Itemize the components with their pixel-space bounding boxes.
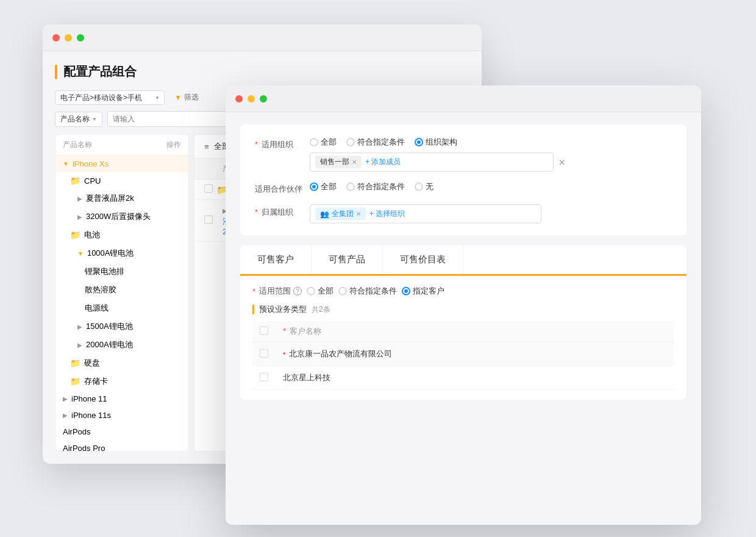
partner-radio-condition[interactable]: 符合指定条件 [346,181,405,192]
tree-item-li-pack[interactable]: 锂聚电池排 [55,262,188,281]
scope-radio-designated[interactable]: 指定客户 [402,286,444,297]
required-indicator: * [255,207,258,217]
arrow-down-icon: ▼ [77,250,84,257]
dialog-content: * 适用组织 全部 符合指定条件 [226,112,701,525]
tree-item-airpods-pro[interactable]: AirPods Pro [55,440,188,452]
group-checkbox[interactable] [204,184,213,195]
add-member-btn[interactable]: + 添加成员 [365,157,401,167]
tree-item-hdd[interactable]: 📁 硬盘 [55,354,188,372]
tree-col-op: 操作 [166,140,181,150]
tree-panel: 产品名称 操作 ▼ iPhone Xs 📁 CPU ▶ 夏普液晶屏2k [55,134,189,452]
tree-col-name: 产品名称 [63,140,92,150]
table-row: • 北京康一品农产物流有限公司 [252,342,674,366]
tab-sellable-customers[interactable]: 可售客户 [240,245,312,274]
radio-org-structure[interactable]: 组织架构 [415,137,457,148]
partner-radio-none[interactable]: 无 [415,181,433,192]
breadcrumb-select[interactable]: 电子产品>移动设备>手机 [55,90,165,105]
tree-item-1000a[interactable]: ▼ 1000A锂电池 [55,244,188,262]
row-checkbox[interactable] [204,215,223,226]
tree-item-label: 2000A锂电池 [86,339,133,350]
tab-sellable-pricelists[interactable]: 可售价目表 [383,245,463,274]
search-label: 产品名称 [60,114,90,124]
filter-button[interactable]: ▼ 筛选 [169,90,204,105]
tag-close-icon[interactable]: ✕ [356,211,361,217]
tree-item-camera[interactable]: ▶ 3200W后置摄像头 [55,207,188,226]
tree-item-label: iPhone 11s [71,411,111,420]
radio-condition[interactable]: 符合指定条件 [346,137,405,148]
folder-icon: 📁 [70,230,80,240]
table-row: 北京星上科技 [252,366,674,390]
tree-item-label: AirPods Pro [63,444,105,452]
scope-radio-condition[interactable]: 符合指定条件 [338,286,397,297]
count-badge: 共2条 [312,305,330,315]
tag-close-icon[interactable]: ✕ [352,159,357,165]
folder-icon: 📁 [70,176,80,186]
radio-circle-checked [402,287,410,295]
radio-circle [310,138,318,146]
arrow-right-icon: ▶ [77,342,82,348]
tree-item-battery-group[interactable]: 📁 电池 [55,226,188,244]
dialog-close-button[interactable] [235,95,243,103]
tab-sellable-products[interactable]: 可售产品 [312,245,383,274]
search-field-selector[interactable]: 产品名称 [55,112,102,127]
customer-table: * 客户名称 • [252,321,674,390]
dialog-minimize-button[interactable] [248,95,255,103]
tree-item-iphone11[interactable]: ▶ iPhone 11 [55,391,188,407]
page-title: 配置产品组合 [63,63,137,80]
customer-name: 北京康一品农产物流有限公司 [289,349,392,358]
checkbox-icon[interactable] [204,184,213,193]
apply-org-row: * 适用组织 全部 符合指定条件 [255,137,672,171]
org-tag-input[interactable]: 销售一部 ✕ + 添加成员 [310,153,554,171]
affiliate-org-row: * 归属组织 👥 全集团 ✕ + 选择组织 [255,204,672,223]
scope-row: * 适用范围 ? 全部 符合指定条件 [252,286,674,297]
tree-item-iphonexs[interactable]: ▼ iPhone Xs [55,156,188,172]
checkbox-icon[interactable] [260,373,268,381]
row-checkbox-cell[interactable] [252,366,276,390]
dialog-maximize-button[interactable] [260,95,267,103]
tree-item-iphone11s[interactable]: ▶ iPhone 11s [55,407,188,423]
header-checkbox[interactable] [260,326,268,335]
radio-all[interactable]: 全部 [310,137,337,148]
tab-label: 可售客户 [257,254,294,264]
tree-item-label: 1000A锂电池 [87,248,134,259]
required-indicator: * [255,140,258,149]
tag-label: 销售一部 [320,157,349,167]
maximize-button[interactable] [77,34,84,41]
close-button[interactable] [52,34,60,41]
tree-item-1500a[interactable]: ▶ 1500A锂电池 [55,317,188,336]
checkbox-icon[interactable] [260,349,268,358]
select-org-btn[interactable]: + 选择组织 [369,209,405,219]
minimize-button[interactable] [65,34,72,41]
arrow-right-icon: ▶ [77,323,82,330]
org-tag-input-row: 销售一部 ✕ + 添加成员 ✕ [310,153,566,171]
traffic-lights [52,34,84,41]
tree-item-label: 夏普液晶屏2k [86,193,134,204]
tree-item-cpu[interactable]: 📁 CPU [55,172,188,189]
radio-circle [338,287,347,295]
clear-org-icon[interactable]: ✕ [558,157,566,167]
partner-radio-all[interactable]: 全部 [310,181,337,192]
checkbox-icon[interactable] [204,215,213,224]
tree-item-power-cord[interactable]: 电源线 [55,299,188,317]
tree-item-2000a[interactable]: ▶ 2000A锂电池 [55,336,188,354]
tree-item-label: 硬盘 [84,358,100,369]
tree-item-sdcard[interactable]: 📁 存储卡 [55,372,188,391]
scope-radio-all[interactable]: 全部 [307,286,333,297]
row-checkbox-cell[interactable] [252,342,276,366]
tree-item-label: 存储卡 [84,376,108,387]
tree-item-screen[interactable]: ▶ 夏普液晶屏2k [55,189,188,207]
arrow-right-icon: ▶ [77,195,82,202]
affiliate-tag-input[interactable]: 👥 全集团 ✕ + 选择组织 [310,204,541,223]
row-customer-name: 北京星上科技 [276,366,674,390]
partner-row: 适用合作伙伴 全部 符合指定条件 无 [255,181,672,195]
tree-header: 产品名称 操作 [55,135,188,156]
tree-item-airpods[interactable]: AirPods [55,423,188,440]
collapse-icon: ≡ [204,142,209,151]
radio-circle-checked [310,182,318,191]
tree-item-label: AirPods [63,427,91,436]
breadcrumb-select-wrapper[interactable]: 电子产品>移动设备>手机 [55,90,165,105]
tree-item-thermal[interactable]: 散热溶胶 [55,281,188,299]
radio-circle [307,287,315,295]
tab-label: 可售价目表 [400,254,446,264]
table-header-row: * 客户名称 [252,321,674,342]
